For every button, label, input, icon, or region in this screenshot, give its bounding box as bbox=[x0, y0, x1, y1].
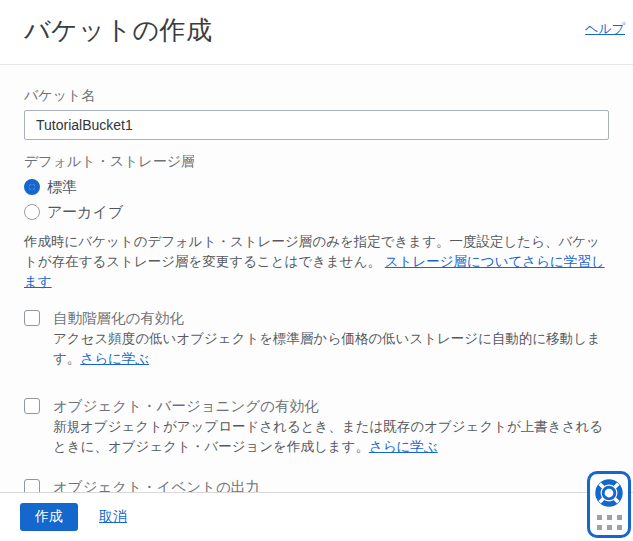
auto-tiering-learn-link[interactable]: さらに学ぶ bbox=[80, 351, 149, 366]
object-events-checkbox[interactable] bbox=[24, 479, 40, 492]
storage-tier-description: 作成時にバケットのデフォルト・ストレージ層のみを指定できます。一度設定したら、バ… bbox=[24, 232, 609, 292]
versioning-description: 新規オブジェクトがアップロードされるとき、または既存のオブジェクトが上書きされる… bbox=[53, 417, 609, 457]
auto-tiering-group: 自動階層化の有効化 アクセス頻度の低いオブジェクトを標準層から価格の低いストレー… bbox=[24, 308, 609, 369]
radio-standard-label[interactable]: 標準 bbox=[47, 178, 77, 197]
radio-standard[interactable] bbox=[24, 179, 40, 195]
create-button[interactable]: 作成 bbox=[20, 503, 78, 531]
auto-tiering-label[interactable]: 自動階層化の有効化 bbox=[53, 308, 609, 328]
dialog-body: バケット名 デフォルト・ストレージ層 標準 アーカイブ 作成時にバケットのデフォ… bbox=[0, 65, 633, 492]
auto-tiering-description: アクセス頻度の低いオブジェクトを標準層から価格の低いストレージに自動的に移動しま… bbox=[53, 329, 609, 369]
page-title: バケットの作成 bbox=[24, 13, 213, 48]
radio-row-standard[interactable]: 標準 bbox=[24, 178, 609, 196]
radio-archive[interactable] bbox=[24, 204, 40, 220]
object-events-group: オブジェクト・イベントの出力 イベント・サービスを使用して、オブジェクトの状態変… bbox=[24, 477, 609, 492]
versioning-description-text: 新規オブジェクトがアップロードされるとき、または既存のオブジェクトが上書きされる… bbox=[53, 419, 603, 454]
versioning-label[interactable]: オブジェクト・バージョニングの有効化 bbox=[53, 396, 609, 416]
dialog-footer: 作成 取消 bbox=[0, 492, 633, 541]
object-events-label[interactable]: オブジェクト・イベントの出力 bbox=[53, 477, 609, 492]
radio-archive-label[interactable]: アーカイブ bbox=[47, 203, 123, 222]
floating-help-widget[interactable] bbox=[587, 471, 631, 538]
life-buoy-icon[interactable] bbox=[595, 479, 623, 511]
bucket-name-label: バケット名 bbox=[24, 87, 609, 105]
versioning-checkbox[interactable] bbox=[24, 398, 40, 414]
versioning-learn-link[interactable]: さらに学ぶ bbox=[369, 439, 438, 454]
bucket-name-input[interactable] bbox=[24, 110, 609, 140]
versioning-group: オブジェクト・バージョニングの有効化 新規オブジェクトがアップロードされるとき、… bbox=[24, 396, 609, 457]
dialog-header: バケットの作成 ヘルプ bbox=[0, 0, 633, 65]
help-link[interactable]: ヘルプ bbox=[585, 20, 625, 38]
dots-grid-icon[interactable] bbox=[597, 515, 622, 530]
storage-tier-label: デフォルト・ストレージ層 bbox=[24, 153, 609, 171]
auto-tiering-checkbox[interactable] bbox=[24, 310, 40, 326]
cancel-link[interactable]: 取消 bbox=[99, 508, 127, 526]
radio-row-archive[interactable]: アーカイブ bbox=[24, 203, 609, 221]
